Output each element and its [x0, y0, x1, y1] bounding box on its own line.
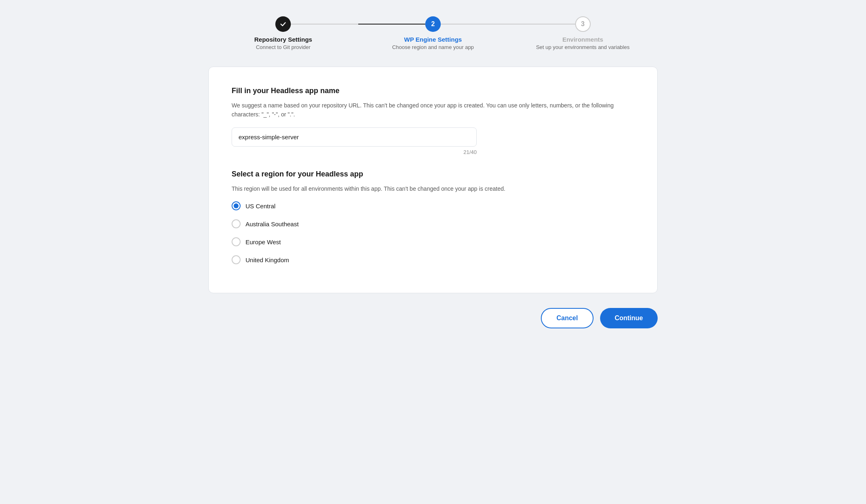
- step-3-subtitle: Set up your environments and variables: [536, 44, 629, 50]
- connector-right-1: [441, 24, 508, 25]
- continue-button[interactable]: Continue: [600, 308, 658, 328]
- step-3-text: EnvironmentsSet up your environments and…: [536, 36, 629, 50]
- connector-left-2: [508, 24, 575, 25]
- step-1-circle: [275, 16, 291, 32]
- char-count: 21/40: [232, 149, 477, 155]
- region-europe-west-label: Europe West: [246, 239, 281, 245]
- step-2-title: WP Engine Settings: [392, 36, 474, 43]
- step-2-text: WP Engine SettingsChoose region and name…: [392, 36, 474, 50]
- cancel-button[interactable]: Cancel: [541, 308, 593, 328]
- step-1-subtitle: Connect to Git provider: [254, 44, 312, 50]
- region-europe-west[interactable]: Europe West: [232, 237, 634, 246]
- region-us-central-label: US Central: [246, 203, 275, 210]
- step-environments: 3EnvironmentsSet up your environments an…: [508, 16, 658, 50]
- radio-us-central[interactable]: [232, 201, 241, 210]
- app-name-input[interactable]: [232, 127, 477, 147]
- step-2-circle: 2: [425, 16, 441, 32]
- connector-left-1: [358, 24, 425, 25]
- step-3-circle: 3: [575, 16, 591, 32]
- step-3-title: Environments: [536, 36, 629, 43]
- step-repository-settings: Repository SettingsConnect to Git provid…: [208, 16, 358, 50]
- step-wp-engine-settings: 2WP Engine SettingsChoose region and nam…: [358, 16, 508, 50]
- step-2-subtitle: Choose region and name your app: [392, 44, 474, 50]
- region-description: This region will be used for all environ…: [232, 184, 634, 193]
- connector-right-0: [291, 24, 358, 25]
- region-section: Select a region for your Headless app Th…: [232, 170, 634, 264]
- stepper: Repository SettingsConnect to Git provid…: [208, 16, 658, 50]
- step-1-title: Repository Settings: [254, 36, 312, 43]
- app-name-description: We suggest a name based on your reposito…: [232, 101, 634, 119]
- radio-australia-southeast[interactable]: [232, 219, 241, 228]
- footer: Cancel Continue: [208, 308, 658, 328]
- region-australia-southeast-label: Australia Southeast: [246, 221, 299, 227]
- radio-europe-west[interactable]: [232, 237, 241, 246]
- app-name-section: Fill in your Headless app name We sugges…: [232, 87, 634, 155]
- main-card: Fill in your Headless app name We sugges…: [208, 67, 658, 293]
- app-name-title: Fill in your Headless app name: [232, 87, 634, 95]
- step-1-text: Repository SettingsConnect to Git provid…: [254, 36, 312, 50]
- radio-united-kingdom[interactable]: [232, 255, 241, 264]
- region-united-kingdom-label: United Kingdom: [246, 256, 289, 263]
- region-australia-southeast[interactable]: Australia Southeast: [232, 219, 634, 228]
- region-us-central[interactable]: US Central: [232, 201, 634, 210]
- region-title: Select a region for your Headless app: [232, 170, 634, 178]
- region-united-kingdom[interactable]: United Kingdom: [232, 255, 634, 264]
